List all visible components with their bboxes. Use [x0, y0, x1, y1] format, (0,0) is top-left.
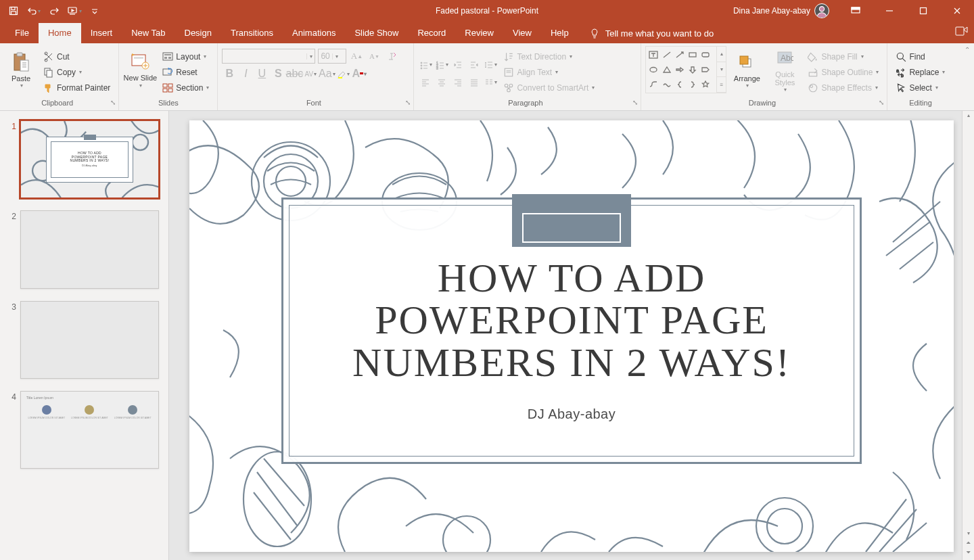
align-right-icon[interactable] — [450, 75, 465, 90]
bullets-icon[interactable]: ▾ — [418, 57, 433, 72]
prev-slide-icon[interactable]: ⏶ — [964, 540, 973, 549]
reset-button[interactable]: Reset — [158, 65, 213, 80]
decrease-font-icon[interactable]: A▼ — [367, 49, 381, 64]
gallery-down-icon[interactable]: ▾ — [717, 62, 726, 78]
scroll-down-icon[interactable]: ▾ — [964, 530, 973, 540]
shape-brace-right-icon[interactable] — [687, 77, 699, 91]
vertical-scrollbar[interactable]: ▴ ▾ ⏶ ⏷ — [962, 111, 974, 560]
minimize-icon[interactable] — [874, 0, 905, 22]
share-icon[interactable] — [955, 24, 969, 39]
tab-new-tab[interactable]: New Tab — [122, 23, 175, 43]
increase-font-icon[interactable]: A▲ — [349, 49, 364, 64]
undo-icon[interactable]: ▾ — [24, 1, 43, 20]
scroll-up-icon[interactable]: ▴ — [964, 112, 973, 122]
cut-button[interactable]: Cut — [39, 49, 114, 64]
shape-arrow-right-icon[interactable] — [674, 63, 686, 77]
select-button[interactable]: Select▾ — [891, 80, 949, 95]
increase-indent-icon[interactable] — [467, 57, 482, 72]
underline-icon[interactable]: U — [254, 66, 269, 81]
arrange-button[interactable]: Arrange▾ — [728, 46, 766, 93]
strikethrough-icon[interactable]: abc — [287, 66, 302, 81]
shape-wave-icon[interactable] — [661, 77, 673, 91]
shape-star-icon[interactable] — [699, 77, 712, 91]
qat-customize-icon[interactable] — [85, 1, 104, 20]
align-left-icon[interactable] — [418, 75, 433, 90]
section-button[interactable]: Section▾ — [158, 80, 213, 95]
italic-icon[interactable]: I — [238, 66, 253, 81]
shape-brace-left-icon[interactable] — [674, 77, 686, 91]
decrease-indent-icon[interactable] — [450, 57, 465, 72]
convert-smartart-button[interactable]: Convert to SmartArt▾ — [499, 80, 599, 95]
replace-button[interactable]: abReplace▾ — [891, 65, 949, 80]
tab-record[interactable]: Record — [408, 23, 455, 43]
shape-textbox-icon[interactable] — [647, 48, 659, 62]
tab-home[interactable]: Home — [39, 23, 81, 43]
tab-help[interactable]: Help — [541, 23, 578, 43]
save-icon[interactable] — [4, 1, 23, 20]
slide-canvas[interactable]: HOW TO ADD POWERPOINT PAGE NUMBERS IN 2 … — [189, 120, 954, 552]
shape-triangle-icon[interactable] — [661, 63, 673, 77]
redo-icon[interactable] — [45, 1, 64, 20]
slide-subtitle[interactable]: DJ Abay-abay — [528, 406, 616, 422]
paragraph-launcher-icon[interactable]: ⤡ — [632, 98, 638, 108]
clipboard-launcher-icon[interactable]: ⤡ — [110, 98, 116, 108]
gallery-up-icon[interactable]: ▴ — [717, 47, 726, 62]
font-name-combo[interactable]: ▾ — [222, 49, 315, 64]
shape-pentagon-icon[interactable] — [699, 63, 712, 77]
columns-icon[interactable]: ▾ — [483, 75, 498, 90]
shape-ellipse-icon[interactable] — [647, 63, 659, 77]
change-case-icon[interactable]: Aa▾ — [319, 66, 334, 81]
slide-thumb-2[interactable] — [20, 210, 159, 288]
shape-connector-icon[interactable] — [647, 77, 659, 91]
quick-styles-button[interactable]: Abc Quick Styles▾ — [767, 46, 802, 93]
shape-rect-icon[interactable] — [687, 48, 699, 62]
tab-review[interactable]: Review — [455, 23, 503, 43]
bold-icon[interactable]: B — [222, 66, 237, 81]
font-color-icon[interactable]: A▾ — [352, 66, 367, 81]
align-center-icon[interactable] — [434, 75, 449, 90]
char-spacing-icon[interactable]: AV▾ — [303, 66, 318, 81]
new-slide-button[interactable]: New Slide▾ — [123, 46, 157, 93]
slide-title[interactable]: HOW TO ADD POWERPOINT PAGE NUMBERS IN 2 … — [323, 257, 820, 383]
maximize-icon[interactable] — [908, 0, 939, 22]
tab-file[interactable]: File — [5, 23, 39, 43]
tell-me-search[interactable]: Tell me what you want to do — [589, 23, 714, 43]
slide-thumb-4[interactable]: Title Lorem Ipsum LOREM IPSUM DOLOR SIT … — [20, 391, 159, 469]
highlight-icon[interactable]: ▾ — [335, 66, 350, 81]
shape-arrow-down-icon[interactable] — [687, 63, 699, 77]
slide-thumb-1[interactable]: HOW TO ADDPOWERPOINT PAGENUMBERS IN 2 WA… — [20, 120, 159, 198]
tab-animations[interactable]: Animations — [283, 23, 345, 43]
tab-design[interactable]: Design — [175, 23, 221, 43]
clear-formatting-icon[interactable] — [384, 49, 399, 64]
tab-view[interactable]: View — [503, 23, 541, 43]
shape-line-arrow-icon[interactable] — [674, 48, 686, 62]
ribbon-display-options-icon[interactable] — [840, 0, 871, 22]
shape-outline-button[interactable]: Shape Outline▾ — [804, 65, 883, 80]
start-from-beginning-icon[interactable]: ▾ — [65, 1, 84, 20]
text-direction-button[interactable]: Text Direction▾ — [499, 49, 599, 64]
shape-line-icon[interactable] — [661, 48, 673, 62]
justify-icon[interactable] — [467, 75, 482, 90]
tab-slide-show[interactable]: Slide Show — [345, 23, 408, 43]
shapes-gallery[interactable]: ▴▾≡ — [645, 46, 726, 93]
slide-thumb-3[interactable] — [20, 301, 159, 379]
font-launcher-icon[interactable]: ⤡ — [405, 98, 411, 108]
format-painter-button[interactable]: Format Painter — [39, 80, 114, 95]
find-button[interactable]: Find — [891, 49, 949, 64]
shadow-icon[interactable]: S — [271, 66, 285, 81]
layout-button[interactable]: Layout▾ — [158, 49, 213, 64]
tab-insert[interactable]: Insert — [81, 23, 122, 43]
next-slide-icon[interactable]: ⏷ — [964, 549, 973, 559]
align-text-button[interactable]: Align Text▾ — [499, 65, 599, 80]
paste-button[interactable]: Paste▾ — [4, 46, 38, 93]
shape-fill-button[interactable]: Shape Fill▾ — [804, 49, 883, 64]
font-size-combo[interactable]: 60▾ — [318, 49, 346, 64]
copy-button[interactable]: Copy▾ — [39, 65, 114, 80]
line-spacing-icon[interactable]: ▾ — [483, 57, 498, 72]
shape-effects-button[interactable]: Shape Effects▾ — [804, 80, 883, 95]
drawing-launcher-icon[interactable]: ⤡ — [879, 98, 884, 108]
tab-transitions[interactable]: Transitions — [221, 23, 283, 43]
gallery-more-icon[interactable]: ≡ — [717, 77, 726, 93]
user-account[interactable]: Dina Jane Abay-abay — [733, 3, 829, 18]
close-icon[interactable] — [942, 0, 973, 22]
